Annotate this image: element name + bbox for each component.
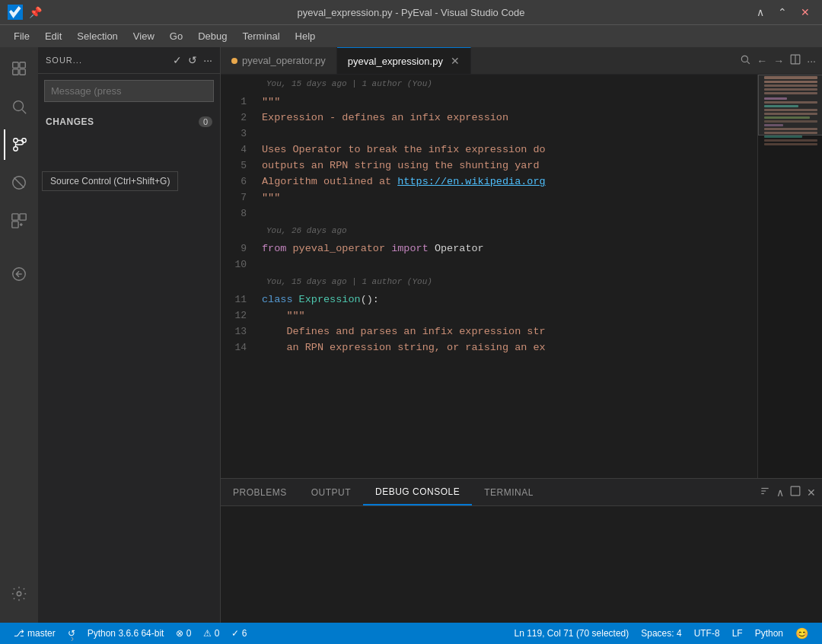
status-spaces[interactable]: Spaces: 4	[635, 628, 687, 639]
pin-icon[interactable]: 📌	[29, 6, 41, 18]
position-label: Ln 119, Col 71 (70 selected)	[514, 628, 629, 639]
line-content: Defines and parses an infix expression s…	[259, 324, 757, 340]
activity-bar	[0, 47, 38, 623]
activity-source-control[interactable]	[4, 129, 34, 160]
line-number: 13	[221, 324, 259, 340]
tab-pyeval-expression[interactable]: pyeval_expression.py ✕	[337, 47, 471, 74]
menu-debug[interactable]: Debug	[192, 28, 233, 44]
branch-name: master	[27, 628, 56, 639]
activity-explorer[interactable]	[4, 53, 34, 84]
minimap[interactable]	[757, 75, 822, 478]
menu-file[interactable]: File	[8, 28, 36, 44]
activity-run-debug[interactable]	[4, 167, 34, 198]
panel-tab-debug-console[interactable]: DEBUG CONSOLE	[363, 479, 472, 505]
svg-rect-0	[13, 62, 18, 68]
line-content	[259, 257, 757, 273]
menu-edit[interactable]: Edit	[39, 28, 68, 44]
status-encoding[interactable]: UTF-8	[688, 628, 726, 639]
panel-content	[221, 506, 822, 623]
svg-rect-24	[791, 486, 800, 496]
line-number: 10	[221, 257, 259, 273]
commit-message-input[interactable]	[44, 80, 214, 102]
line-content: """	[259, 94, 757, 110]
minimize-icon[interactable]: ∧	[752, 5, 769, 20]
warnings-label: ⚠ 0	[203, 628, 219, 639]
line-content: Expression - defines an infix expression	[259, 110, 757, 126]
url-link[interactable]: https://en.wikipedia.org	[397, 176, 545, 187]
status-feedback[interactable]: 😊	[789, 627, 814, 639]
panel-tab-output[interactable]: OUTPUT	[299, 479, 363, 505]
line-number: 4	[221, 142, 259, 158]
status-python[interactable]: Python 3.6.6 64-bit	[81, 623, 170, 644]
line-number: 2	[221, 110, 259, 126]
more-action-btn[interactable]: ···	[203, 54, 212, 66]
menu-terminal[interactable]: Terminal	[236, 28, 285, 44]
code-line-10: 10	[221, 257, 757, 273]
line-ending-label: LF	[732, 628, 743, 639]
code-line-11: 11 class Expression():	[221, 292, 757, 308]
svg-rect-3	[20, 69, 25, 75]
sidebar-title: SOUR...	[46, 56, 82, 65]
line-content: from pyeval_operator import Operator	[259, 241, 757, 257]
panel-tab-problems[interactable]: PROBLEMS	[221, 479, 299, 505]
activity-search[interactable]	[4, 91, 34, 122]
blame-annotation: You, 15 days ago | 1 author (You)	[221, 75, 757, 94]
close-icon[interactable]: ✕	[796, 5, 814, 20]
window-controls: ∧ ⌃ ✕	[752, 5, 814, 20]
line-number: 6	[221, 174, 259, 190]
panel-tab-terminal[interactable]: TERMINAL	[472, 479, 546, 505]
status-line-ending[interactable]: LF	[726, 628, 749, 639]
title-bar: 📌 pyeval_expression.py - PyEval - Visual…	[0, 0, 822, 24]
code-line-12: 12 """	[221, 308, 757, 324]
svg-point-17	[742, 56, 748, 62]
minimap-visualization	[758, 75, 822, 478]
menu-view[interactable]: View	[127, 28, 161, 44]
status-warnings[interactable]: ⚠ 0	[197, 623, 225, 644]
panel: PROBLEMS OUTPUT DEBUG CONSOLE TERMINAL ∧	[221, 478, 822, 623]
status-branch[interactable]: ⎇ master	[8, 623, 62, 644]
menu-selection[interactable]: Selection	[71, 28, 123, 44]
tab-actions: ← → ···	[734, 47, 822, 74]
status-position[interactable]: Ln 119, Col 71 (70 selected)	[508, 628, 635, 639]
editor-area: pyeval_operator.py pyeval_expression.py …	[221, 47, 822, 623]
activity-settings[interactable]	[4, 579, 34, 609]
menu-bar: File Edit Selection View Go Debug Termin…	[0, 24, 822, 47]
tab-close-btn[interactable]: ✕	[451, 55, 460, 67]
panel-filter-btn[interactable]	[760, 486, 770, 499]
open-editors-btn[interactable]	[740, 54, 750, 67]
code-line-5: 5 outputs an RPN string using the shunti…	[221, 158, 757, 174]
panel-collapse-btn[interactable]: ∧	[776, 486, 784, 499]
code-line-7: 7 """	[221, 190, 757, 206]
commit-action-btn[interactable]: ✓	[173, 54, 182, 66]
refresh-action-btn[interactable]: ↺	[188, 54, 197, 66]
tab-pyeval-operator[interactable]: pyeval_operator.py	[221, 47, 337, 74]
svg-point-6	[14, 139, 18, 143]
line-number: 1	[221, 94, 259, 110]
svg-point-8	[14, 147, 18, 151]
activity-remote[interactable]	[4, 259, 34, 289]
encoding-label: UTF-8	[694, 628, 720, 639]
more-tabs-btn[interactable]: ···	[807, 55, 816, 67]
menu-help[interactable]: Help	[289, 28, 322, 44]
tab-bar: pyeval_operator.py pyeval_expression.py …	[221, 47, 822, 75]
window-title: pyeval_expression.py - PyEval - Visual S…	[298, 7, 525, 18]
line-content: class Expression():	[259, 292, 757, 308]
navigate-forward-btn[interactable]: →	[773, 55, 784, 67]
errors-label: ⊗ 0	[176, 628, 191, 639]
code-editor[interactable]: You, 15 days ago | 1 author (You) 1 """ …	[221, 75, 757, 478]
panel-maximize-btn[interactable]	[790, 486, 801, 499]
svg-rect-12	[20, 214, 26, 220]
split-editor-btn[interactable]	[790, 54, 801, 67]
menu-go[interactable]: Go	[164, 28, 189, 44]
changes-header: CHANGES 0	[46, 111, 212, 132]
maximize-icon[interactable]: ⌃	[773, 5, 792, 20]
checks-label: ✓ 6	[231, 628, 247, 639]
status-language[interactable]: Python	[749, 628, 789, 639]
status-errors[interactable]: ⊗ 0	[170, 623, 197, 644]
panel-actions: ∧ ✕	[754, 479, 822, 505]
activity-extensions[interactable]	[4, 206, 34, 236]
panel-close-btn[interactable]: ✕	[807, 486, 816, 499]
navigate-back-btn[interactable]: ←	[757, 55, 767, 67]
changes-count: 0	[199, 116, 212, 127]
status-checks[interactable]: ✓ 6	[225, 623, 253, 644]
